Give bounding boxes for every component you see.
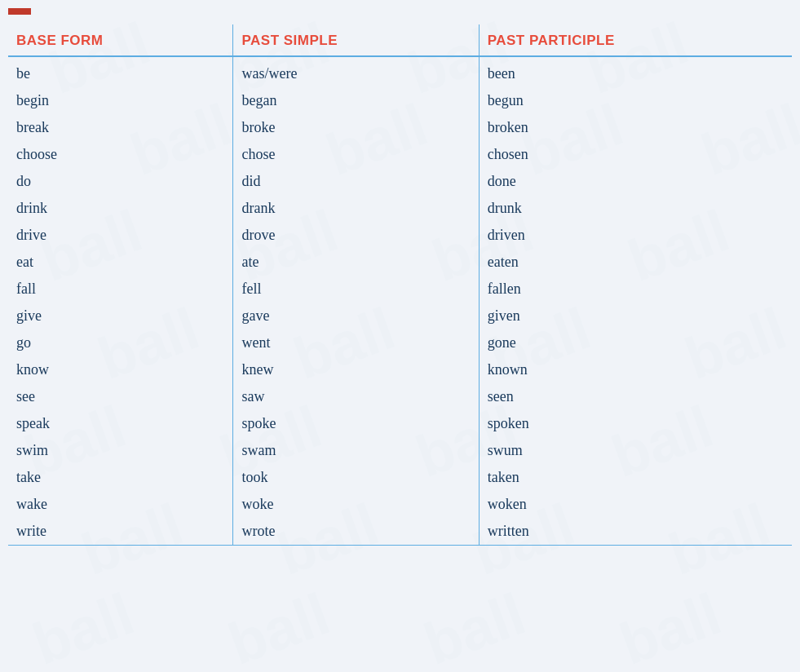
cell-r1-c0: begin [8,87,233,114]
cell-r14-c0: swim [8,437,233,464]
cell-r1-c2: begun [479,87,792,114]
cell-r12-c1: saw [233,383,479,410]
cell-r0-c0: be [8,56,233,87]
cell-r3-c2: chosen [479,141,792,168]
cell-r16-c1: woke [233,491,479,518]
cell-r0-c2: been [479,56,792,87]
cell-r5-c1: drank [233,195,479,222]
table-row: choosechosechosen [8,141,792,168]
header-past-participle: PAST PARTICIPLE [479,24,792,56]
cell-r15-c0: take [8,464,233,491]
cell-r7-c1: ate [233,249,479,276]
cell-r13-c0: speak [8,410,233,437]
cell-r9-c1: gave [233,303,479,329]
table-row: seesawseen [8,383,792,410]
table-row: breakbrokebroken [8,114,792,141]
cell-r8-c1: fell [233,276,479,303]
table-row: speakspokespoken [8,410,792,437]
cell-r4-c0: do [8,168,233,195]
cell-r2-c2: broken [479,114,792,141]
cell-r11-c1: knew [233,356,479,383]
cell-r8-c2: fallen [479,276,792,303]
cell-r3-c1: chose [233,141,479,168]
cell-r6-c1: drove [233,222,479,249]
table-row: gowentgone [8,329,792,356]
table-row: fallfellfallen [8,276,792,303]
table-row: dodiddone [8,168,792,195]
cell-r14-c2: swum [479,437,792,464]
page-container: BASE FORM PAST SIMPLE PAST PARTICIPLE be… [0,0,800,672]
cell-r10-c1: went [233,329,479,356]
cell-r2-c1: broke [233,114,479,141]
cell-r16-c2: woken [479,491,792,518]
table-row: drivedrovedriven [8,222,792,249]
cell-r14-c1: swam [233,437,479,464]
cell-r7-c0: eat [8,249,233,276]
cell-r17-c2: written [479,518,792,546]
cell-r9-c2: given [479,303,792,329]
header-base-form: BASE FORM [8,24,233,56]
cell-r10-c0: go [8,329,233,356]
cell-r3-c0: choose [8,141,233,168]
cell-r4-c1: did [233,168,479,195]
cell-r12-c0: see [8,383,233,410]
cell-r10-c2: gone [479,329,792,356]
group-badge [8,8,31,15]
cell-r11-c0: know [8,356,233,383]
cell-r9-c0: give [8,303,233,329]
table-row: taketooktaken [8,464,792,491]
cell-r17-c0: write [8,518,233,546]
table-row: swimswamswum [8,437,792,464]
table-row: bewas/werebeen [8,56,792,87]
table-header-row: BASE FORM PAST SIMPLE PAST PARTICIPLE [8,24,792,56]
header-past-simple: PAST SIMPLE [233,24,479,56]
table-row: drinkdrankdrunk [8,195,792,222]
cell-r17-c1: wrote [233,518,479,546]
cell-r16-c0: wake [8,491,233,518]
cell-r15-c1: took [233,464,479,491]
table-row: wakewokewoken [8,491,792,518]
cell-r7-c2: eaten [479,249,792,276]
table-row: eatateeaten [8,249,792,276]
table-container: BASE FORM PAST SIMPLE PAST PARTICIPLE be… [8,24,792,546]
cell-r5-c0: drink [8,195,233,222]
cell-r2-c0: break [8,114,233,141]
table-row: writewrotewritten [8,518,792,546]
table-row: knowknewknown [8,356,792,383]
cell-r8-c0: fall [8,276,233,303]
cell-r11-c2: known [479,356,792,383]
cell-r13-c2: spoken [479,410,792,437]
cell-r1-c1: began [233,87,479,114]
table-row: beginbeganbegun [8,87,792,114]
table-row: givegavegiven [8,303,792,329]
cell-r6-c0: drive [8,222,233,249]
cell-r6-c2: driven [479,222,792,249]
cell-r0-c1: was/were [233,56,479,87]
cell-r12-c2: seen [479,383,792,410]
cell-r4-c2: done [479,168,792,195]
cell-r15-c2: taken [479,464,792,491]
cell-r13-c1: spoke [233,410,479,437]
cell-r5-c2: drunk [479,195,792,222]
verb-table: BASE FORM PAST SIMPLE PAST PARTICIPLE be… [8,24,792,546]
